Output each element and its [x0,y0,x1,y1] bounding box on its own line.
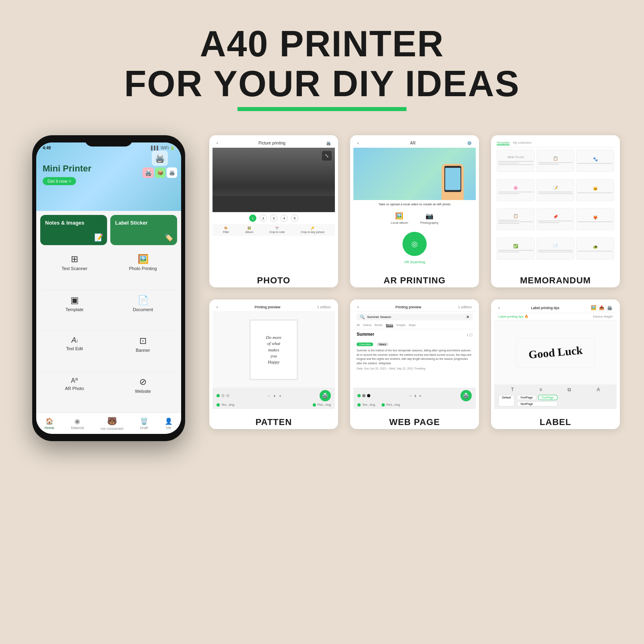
nav-material-label: Material [71,426,84,430]
web-plus-btn[interactable]: ＋ [419,394,422,398]
ar-instruction-text: Take or upload a local video to create a… [353,200,476,209]
web-search-clear-icon[interactable]: ✕ [466,315,469,319]
ar-local-album[interactable]: 🖼️ Local album [391,212,408,225]
memo-item-12[interactable]: 🐢 [576,237,614,260]
memo-item-7[interactable]: 📋 [497,208,535,230]
phone-screen: 4:49 ▌▌▌ WiFi 🔋 Mini Printer Get it now … [36,142,181,434]
memo-item-10[interactable]: ✅ [497,237,535,260]
nav-material[interactable]: ◉ Material [71,417,84,430]
patten-screen-content: ‹ Printing preview 1 edition Do moreof w… [213,303,335,409]
menu-photo-printing[interactable]: 🖼️ Photo Printing [109,249,177,290]
ar-scan-button[interactable]: ◎ [402,232,427,256]
bottom-nav: 🏠 Home ◉ Material 🐻 not connected 🗑️ Dra… [36,413,181,434]
menu-ar-photo[interactable]: Aᴿ AR Photo [40,372,109,413]
memo-item-11[interactable]: 📄 [537,237,575,260]
memo-tab-collection[interactable]: My collection [513,141,531,145]
menu-banner[interactable]: ⊡ Banner [109,331,177,372]
memo-item-3[interactable]: 🐾 [576,150,614,172]
patten-back-icon[interactable]: ‹ [217,305,218,309]
web-print-button[interactable]: 🖨️ [460,390,472,401]
website-label: Website [135,389,151,394]
ar-photography[interactable]: 📷 Photography [420,212,438,225]
web-check-picturing[interactable]: Pict...ring [382,403,400,407]
web-date-text: Date: Sun Jun 20, 2021 – Wed, Sep 22, 20… [357,367,473,370]
device-icon-pink: 🖨️ [142,167,154,178]
label-tool-align[interactable]: ≡ [539,387,542,392]
photo-print-icon[interactable]: 🖨️ [326,141,331,145]
phone-banner: 4:49 ▌▌▌ WiFi 🔋 Mini Printer Get it now … [36,142,181,211]
patten-label: PATTEN [209,412,338,429]
label-option-fontpage[interactable]: FontPage [517,395,536,400]
web-minus-btn[interactable]: － [409,394,412,398]
label-option-nextpage[interactable]: NextPage [517,401,557,407]
web-tab-all[interactable]: All [357,324,360,327]
memo-label: MEMORANDUM [491,270,620,287]
ar-settings-icon[interactable]: ⚙️ [467,141,472,145]
patten-dot-1 [217,394,220,397]
notes-images-button[interactable]: Notes & Images 📝 [40,215,107,245]
cut-num-1[interactable]: 1 [249,215,256,222]
ar-back-icon[interactable]: ‹ [357,141,359,145]
memo-item-9[interactable]: 🦊 [576,208,614,230]
label-tool-size[interactable]: ⧉ [568,387,571,392]
label-display-box: Good Luck [516,338,595,367]
tool-album[interactable]: 🖼️ Album [245,227,253,233]
web-search-bar[interactable]: 🔍 Summer Season ✕ [357,314,473,320]
label-tool-style[interactable]: A [597,387,600,392]
photo-expand-icon[interactable]: ⤡ [322,151,332,161]
menu-website[interactable]: ⊘ Website [109,372,177,413]
nav-home[interactable]: 🏠 Home [45,417,54,430]
cut-num-5[interactable]: 5 [291,215,298,222]
screenshot-webpage: ‹ Printing preview 1 edition 🔍 Summer Se… [350,299,479,429]
memo-item-8[interactable]: 📌 [537,208,575,230]
label-tool-text[interactable]: T [511,387,514,392]
web-tab-news[interactable]: News [386,324,393,327]
patten-check-picturing[interactable]: Pict...ring [313,403,331,407]
label-print-icon[interactable]: 🖨️ [607,305,613,310]
menu-template[interactable]: ▣ Template [40,290,109,331]
memo-item-2[interactable]: 📋 [537,150,575,172]
patten-dot-3 [226,394,229,397]
tool-crop-note[interactable]: ✂️ Crop to note [269,227,285,233]
tool-filter[interactable]: 🎨 Filter [223,227,229,233]
label-option-default[interactable]: Default [498,395,514,407]
patten-print-button[interactable]: 🖨️ [320,390,331,401]
photo-back-icon[interactable]: ‹ [217,141,218,145]
web-tab-books[interactable]: Books [375,324,382,327]
label-option-firstpage[interactable]: FirstPage [538,395,557,400]
web-tab-images[interactable]: Images [396,324,406,327]
label-sticker-button[interactable]: Label Sticker 🏷️ [110,215,177,245]
memo-tabs-bar: Template My collection [497,141,614,147]
menu-document[interactable]: 📄 Document [109,290,177,331]
banner-cta-button[interactable]: Get it now > [43,177,76,185]
memo-item-5[interactable]: 📝 [537,179,575,201]
patten-plus-btn[interactable]: ＋ [279,394,282,398]
nav-connect[interactable]: 🐻 not connected [101,416,124,431]
web-check-texting[interactable]: Tex...ting [357,403,375,407]
nav-me[interactable]: 👤 Me [165,417,173,430]
label-image-icon[interactable]: 🖼️ [591,305,597,310]
tool-crop-key[interactable]: 🔑 Crop to key picture [301,227,324,233]
memo-item-6[interactable]: 🐱 [576,179,614,201]
web-badge-overview[interactable]: Overview [357,343,373,346]
web-tab-videos[interactable]: Videos [363,324,372,327]
label-share-icon[interactable]: 📤 [599,305,605,310]
cut-num-2[interactable]: 2 [260,215,267,222]
patten-minus-btn[interactable]: － [267,394,270,398]
cut-num-4[interactable]: 4 [281,215,288,222]
nav-draft[interactable]: 🗑️ Draft [140,417,148,430]
menu-text-edit[interactable]: Aᵢ Text Edit [40,331,109,372]
memo-tab-template[interactable]: Template [497,141,510,145]
web-badge-news[interactable]: News [377,343,389,346]
web-content-area: Summer 1 ⓘ Overview News Summer is the h… [353,329,476,388]
cut-num-3[interactable]: 3 [270,215,277,222]
patten-check-texting[interactable]: Tex...ting [217,403,234,407]
webpage-label: WEB PAGE [350,412,479,429]
menu-text-scanner[interactable]: ⊞ Text Scanner [40,249,109,290]
web-back-icon[interactable]: ‹ [357,305,359,309]
label-back-icon[interactable]: ‹ [498,306,500,310]
web-tab-maps[interactable]: Maps [409,324,416,327]
memo-item-1[interactable]: NEW TO-DO [497,150,535,172]
photography-icon: 📷 [425,212,433,220]
memo-item-4[interactable]: 🌸 [497,179,535,201]
